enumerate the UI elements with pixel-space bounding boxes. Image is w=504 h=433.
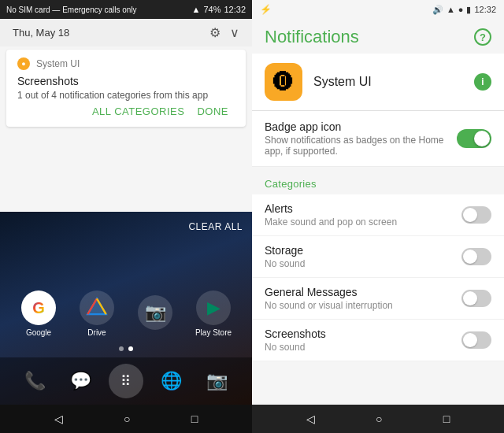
page-title: Notifications xyxy=(265,27,359,47)
app-info-row: 🅞 System UI i xyxy=(252,54,504,111)
category-desc-alerts: Make sound and pop on screen xyxy=(265,216,397,228)
page-dots xyxy=(0,343,252,357)
dot-2 xyxy=(128,346,133,351)
system-ui-icon: 🅞 xyxy=(265,63,302,101)
screenshots-toggle-thumb xyxy=(463,333,477,347)
app-item-drive[interactable]: Drive xyxy=(71,291,123,337)
screenshots-toggle[interactable] xyxy=(461,331,491,349)
app-info-button[interactable]: i xyxy=(474,73,491,91)
general-toggle-thumb xyxy=(463,291,477,305)
right-nav-bar: ◁ ○ □ xyxy=(252,405,504,433)
notif-title: Screenshots xyxy=(17,75,235,87)
badge-desc: Show notifications as badges on the Home… xyxy=(265,135,447,157)
dock-camera[interactable]: 📷 xyxy=(199,364,234,398)
right-header: Notifications ? xyxy=(252,19,504,54)
right-home-button[interactable]: ○ xyxy=(376,413,382,425)
clear-all-button[interactable]: CLEAR ALL xyxy=(188,221,243,232)
done-button[interactable]: DONE xyxy=(197,105,228,117)
right-battery-icon: ▮ xyxy=(466,5,471,15)
left-nav-bar: ◁ ○ □ xyxy=(0,405,252,433)
google-icon: G xyxy=(21,291,56,325)
battery-text: 74% xyxy=(203,5,220,14)
expand-icon[interactable]: ∨ xyxy=(230,25,239,40)
dock-chrome[interactable]: 🌐 xyxy=(154,364,189,398)
notif-body: 1 out of 4 notification categories from … xyxy=(17,90,235,101)
category-storage: Storage No sound xyxy=(252,236,504,278)
settings-icon[interactable]: ⚙ xyxy=(209,25,220,40)
right-signal-icon: ● xyxy=(458,5,464,14)
wifi-icon: ▲ xyxy=(192,5,201,14)
date-row: Thu, May 18 ⚙ ∨ xyxy=(0,19,252,46)
category-alerts: Alerts Make sound and pop on screen xyxy=(252,194,504,236)
notification-card: ● System UI Screenshots 1 out of 4 notif… xyxy=(6,50,246,127)
date-text: Thu, May 18 xyxy=(13,27,69,39)
sim-text: No SIM card — Emergency calls only xyxy=(6,6,137,14)
drive-icon xyxy=(80,291,114,325)
notif-actions: ALL CATEGORIES DONE xyxy=(17,101,235,119)
wallpaper-area: CLEAR ALL G Google Drive 📷 xyxy=(0,212,252,405)
category-name-storage: Storage xyxy=(265,244,305,257)
storage-toggle-thumb xyxy=(463,250,477,264)
right-status-bar: ⚡ 🔊 ▲ ● ▮ 12:32 xyxy=(252,0,504,19)
all-categories-button[interactable]: ALL CATEGORIES xyxy=(92,105,185,117)
notif-app-name: System UI xyxy=(36,58,80,69)
app-item-play[interactable]: ▶ Play Store xyxy=(187,291,239,337)
dock-messages[interactable]: 💬 xyxy=(63,364,98,398)
dock-phone[interactable]: 📞 xyxy=(18,364,53,398)
recents-button[interactable]: □ xyxy=(191,413,198,425)
app-grid: G Google Drive 📷 ▶ xyxy=(0,291,252,343)
svg-marker-1 xyxy=(87,298,106,314)
dock-row: 📞 💬 ⠿ 🌐 📷 xyxy=(0,357,252,405)
date-icons: ⚙ ∨ xyxy=(209,25,239,40)
categories-header: Categories xyxy=(252,167,504,194)
category-general: General Messages No sound or visual inte… xyxy=(252,278,504,320)
toggle-thumb xyxy=(474,131,490,146)
help-button[interactable]: ? xyxy=(474,28,491,46)
notif-app-icon: ● xyxy=(17,57,30,70)
right-panel: ⚡ 🔊 ▲ ● ▮ 12:32 Notifications ? 🅞 System… xyxy=(252,0,504,433)
general-toggle[interactable] xyxy=(461,290,491,307)
home-button[interactable]: ○ xyxy=(124,413,130,425)
category-desc-screenshots: No sound xyxy=(265,342,326,353)
category-desc-storage: No sound xyxy=(265,258,305,269)
time-left: 12:32 xyxy=(224,5,246,14)
left-status-bar: No SIM card — Emergency calls only ▲ 74%… xyxy=(0,0,252,19)
alerts-toggle[interactable] xyxy=(461,206,491,224)
notif-app-row: ● System UI xyxy=(17,57,235,70)
right-recents-button[interactable]: □ xyxy=(443,413,450,425)
badge-text-block: Badge app icon Show notifications as bad… xyxy=(265,120,457,157)
right-back-button[interactable]: ◁ xyxy=(306,413,315,425)
play-icon: ▶ xyxy=(196,291,231,325)
category-name-screenshots: Screenshots xyxy=(265,328,326,340)
google-label: Google xyxy=(26,328,51,337)
category-desc-general: No sound or visual interruption xyxy=(265,300,393,311)
left-panel: No SIM card — Emergency calls only ▲ 74%… xyxy=(0,0,252,433)
badge-toggle[interactable] xyxy=(457,129,491,148)
camera-icon: 📷 xyxy=(138,295,172,330)
right-time: 12:32 xyxy=(474,5,496,14)
bluetooth-icon: ⚡ xyxy=(260,4,272,15)
right-wifi-icon: ▲ xyxy=(447,5,455,14)
app-item-google[interactable]: G Google xyxy=(13,291,65,337)
back-button[interactable]: ◁ xyxy=(54,413,63,425)
app-name: System UI xyxy=(313,75,372,89)
drive-label: Drive xyxy=(87,328,106,337)
dock-apps[interactable]: ⠿ xyxy=(109,364,143,398)
badge-label: Badge app icon xyxy=(265,120,447,133)
dot-1 xyxy=(119,346,124,351)
storage-toggle[interactable] xyxy=(461,248,491,265)
category-screenshots: Screenshots No sound xyxy=(252,320,504,361)
category-name-alerts: Alerts xyxy=(265,202,397,215)
volume-icon: 🔊 xyxy=(432,5,443,15)
alerts-toggle-thumb xyxy=(463,208,477,222)
notification-drawer: Thu, May 18 ⚙ ∨ ● System UI Screenshots … xyxy=(0,19,252,212)
play-label: Play Store xyxy=(195,328,232,337)
app-item-camera[interactable]: 📷 xyxy=(129,295,181,333)
badge-setting-row: Badge app icon Show notifications as bad… xyxy=(252,111,504,167)
category-name-general: General Messages xyxy=(265,286,393,298)
